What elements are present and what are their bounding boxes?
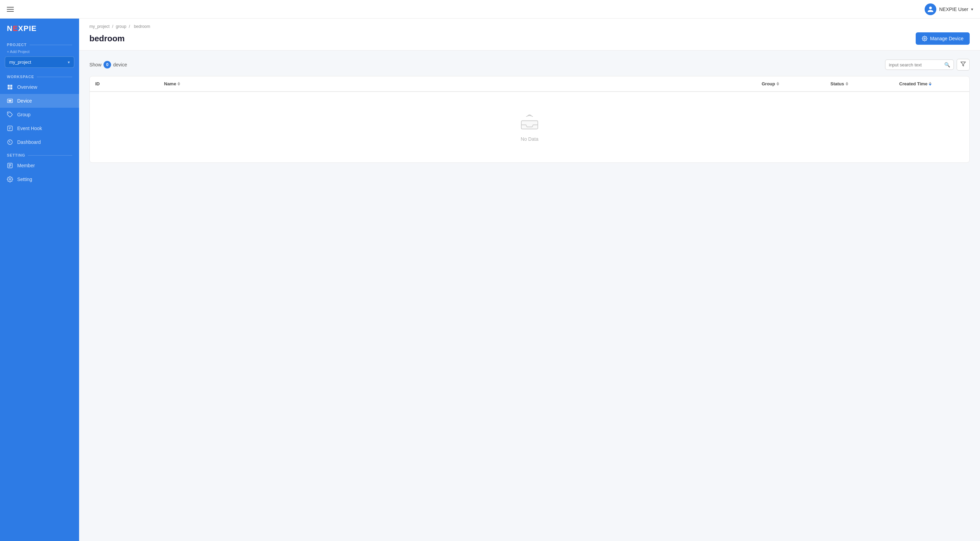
user-name-label: NEXPIE User xyxy=(939,6,968,12)
svg-point-6 xyxy=(8,113,9,113)
filter-button[interactable] xyxy=(957,59,970,70)
hamburger-button[interactable] xyxy=(7,7,14,12)
table-area: Show 0 device 🔍 xyxy=(79,51,980,541)
dashboard-icon xyxy=(7,139,13,145)
selected-project-name: my_project xyxy=(9,59,31,65)
sidebar-item-device-label: Device xyxy=(17,98,32,104)
sidebar-item-setting-label: Setting xyxy=(17,177,32,182)
sidebar-item-group[interactable]: Group xyxy=(0,108,79,121)
svg-rect-7 xyxy=(8,126,13,131)
sort-created-time-icon xyxy=(929,82,932,86)
eventhook-icon xyxy=(7,125,13,131)
member-icon xyxy=(7,163,13,169)
sort-group-icon xyxy=(776,82,779,86)
sort-name-icon xyxy=(177,82,180,86)
svg-point-9 xyxy=(10,142,10,142)
logo-text: NEXPIE xyxy=(7,24,37,33)
project-selector-chevron: ▾ xyxy=(68,60,70,65)
sort-status-icon xyxy=(846,82,848,86)
search-box[interactable]: 🔍 xyxy=(885,59,954,70)
svg-rect-2 xyxy=(8,88,10,89)
no-data-icon xyxy=(519,113,540,131)
logo-area: NEXPIE xyxy=(0,19,79,38)
user-icon xyxy=(927,6,934,13)
setting-section-label: SETTING xyxy=(0,149,79,159)
sidebar-item-dashboard[interactable]: Dashboard xyxy=(0,135,79,149)
svg-rect-3 xyxy=(10,88,13,89)
col-id: ID xyxy=(90,77,159,91)
page-title: bedroom xyxy=(89,34,125,43)
svg-point-12 xyxy=(924,38,925,39)
logo: NEXPIE xyxy=(7,24,72,33)
gear-icon xyxy=(7,176,13,182)
sidebar-item-eventhook-label: Event Hook xyxy=(17,126,42,131)
user-chevron-icon: ▾ xyxy=(971,7,973,12)
device-label: device xyxy=(113,62,127,67)
device-icon xyxy=(7,98,13,104)
tag-icon xyxy=(7,112,13,118)
show-label: Show xyxy=(89,62,102,67)
device-count-display: Show 0 device xyxy=(89,61,127,69)
user-menu[interactable]: NEXPIE User ▾ xyxy=(924,3,973,15)
add-project-button[interactable]: + Add Project xyxy=(7,49,30,54)
svg-rect-1 xyxy=(10,85,13,87)
main-content: my_project / group / bedroom bedroom Man… xyxy=(79,19,980,541)
filter-icon xyxy=(960,61,966,67)
toolbar-right: 🔍 xyxy=(885,59,970,70)
sidebar-item-setting[interactable]: Setting xyxy=(0,172,79,186)
search-icon: 🔍 xyxy=(944,62,950,67)
manage-device-label: Manage Device xyxy=(930,36,964,41)
project-section-label: PROJECT xyxy=(0,38,79,48)
col-status[interactable]: Status xyxy=(825,77,894,91)
grid-icon xyxy=(7,84,13,90)
sidebar-item-overview-label: Overview xyxy=(17,84,37,90)
top-header: NEXPIE User ▾ xyxy=(0,0,980,19)
table-toolbar: Show 0 device 🔍 xyxy=(89,59,970,70)
col-created-time[interactable]: Created Time xyxy=(894,77,969,91)
search-input[interactable] xyxy=(889,62,942,67)
table-header: ID Name Group xyxy=(90,77,969,92)
sidebar-item-eventhook[interactable]: Event Hook xyxy=(0,121,79,135)
col-name[interactable]: Name xyxy=(159,77,756,91)
sidebar-item-overview[interactable]: Overview xyxy=(0,80,79,94)
sidebar-item-dashboard-label: Dashboard xyxy=(17,139,41,145)
workspace-section-label: WORKSPACE xyxy=(0,70,79,80)
svg-rect-0 xyxy=(8,85,10,87)
sidebar-item-group-label: Group xyxy=(17,112,30,117)
layout: NEXPIE PROJECT + Add Project my_project … xyxy=(0,19,980,541)
breadcrumb-current: bedroom xyxy=(134,24,150,29)
page-header: my_project / group / bedroom bedroom Man… xyxy=(79,19,980,51)
sidebar: NEXPIE PROJECT + Add Project my_project … xyxy=(0,19,79,541)
sidebar-item-device[interactable]: Device xyxy=(0,94,79,108)
sidebar-item-member-label: Member xyxy=(17,163,35,168)
project-selector[interactable]: my_project ▾ xyxy=(5,56,74,68)
breadcrumb-project[interactable]: my_project xyxy=(89,24,110,29)
breadcrumb-group[interactable]: group xyxy=(116,24,127,29)
manage-device-button[interactable]: Manage Device xyxy=(916,32,970,45)
svg-marker-13 xyxy=(961,62,965,66)
manage-device-icon xyxy=(922,36,928,41)
svg-point-11 xyxy=(9,179,11,180)
user-avatar xyxy=(924,3,936,15)
sidebar-item-member[interactable]: Member xyxy=(0,159,79,172)
breadcrumb: my_project / group / bedroom xyxy=(89,24,970,29)
svg-rect-5 xyxy=(9,100,12,102)
device-count-badge: 0 xyxy=(103,61,111,69)
no-data-text: No Data xyxy=(520,136,538,142)
no-data-area: No Data xyxy=(90,92,969,163)
data-table: ID Name Group xyxy=(89,76,970,163)
col-group[interactable]: Group xyxy=(756,77,825,91)
page-title-row: bedroom Manage Device xyxy=(89,32,970,45)
